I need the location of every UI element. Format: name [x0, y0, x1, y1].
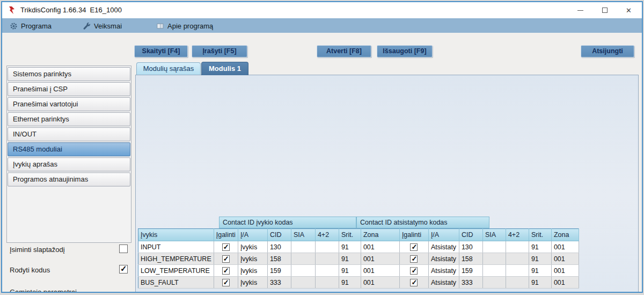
cid-cell[interactable]: 158 — [459, 253, 482, 265]
col-enable-2: Įgalinti — [399, 229, 428, 241]
enable-checkbox[interactable] — [222, 279, 230, 286]
enable-checkbox[interactable] — [410, 267, 418, 275]
tab-module-1[interactable]: Modulis 1 — [201, 62, 248, 75]
srit-cell[interactable]: 91 — [529, 253, 551, 265]
cid-cell[interactable]: 333 — [459, 277, 482, 289]
remember-password-row: Įsiminti slaptažodį — [10, 246, 132, 254]
sidebar-item-pranesimai-vartotojui[interactable]: Pranešimai vartotojui — [8, 97, 130, 111]
srit-cell[interactable]: 91 — [339, 277, 361, 289]
sia-cell[interactable] — [291, 277, 315, 289]
sidebar-item-programos-atnaujinimas[interactable]: Programos atnaujinimas — [8, 172, 130, 186]
col-sia-1: SIA — [291, 229, 315, 241]
window-title: TrikdisConfig 1.66.34 E16_1000 — [20, 6, 122, 14]
sia-cell[interactable] — [291, 265, 315, 277]
show-codes-checkbox[interactable] — [119, 265, 128, 274]
fourplustwo-cell[interactable] — [506, 253, 529, 265]
cid-cell[interactable]: 159 — [459, 265, 482, 277]
ja-cell[interactable]: Atsistaty — [428, 265, 459, 277]
close-button[interactable]: ✕ — [617, 2, 641, 18]
zona-cell[interactable]: 001 — [551, 253, 579, 265]
read-button[interactable]: Skaityti [F4] — [134, 45, 188, 57]
sia-cell[interactable] — [482, 241, 506, 253]
enable-checkbox[interactable] — [410, 279, 418, 286]
manufacturer-params-link[interactable]: Gamintojo parametrai — [10, 288, 132, 293]
maximize-icon — [602, 8, 608, 13]
srit-cell[interactable]: 91 — [339, 241, 361, 253]
fourplustwo-cell[interactable] — [315, 241, 339, 253]
ja-cell[interactable]: Įvykis — [238, 253, 267, 265]
enable-checkbox[interactable] — [222, 243, 230, 251]
sia-cell[interactable] — [291, 253, 315, 265]
col-zona-2: Zona — [551, 229, 579, 241]
minimize-button[interactable] — [568, 2, 592, 18]
maximize-button[interactable] — [592, 2, 617, 18]
remember-password-checkbox[interactable] — [119, 244, 128, 253]
sia-cell[interactable] — [291, 241, 315, 253]
fourplustwo-cell[interactable] — [506, 241, 529, 253]
save-button[interactable]: Išsaugoti [F9] — [377, 45, 433, 57]
col-42-1: 4+2 — [315, 229, 339, 241]
cid-cell[interactable]: 130 — [267, 241, 291, 253]
show-codes-row: Rodyti kodus — [10, 266, 132, 274]
sidebar-item-ivykiu-aprasas[interactable]: Įvykių aprašas — [8, 157, 130, 171]
ja-cell[interactable]: Atsistaty — [428, 253, 459, 265]
fourplustwo-cell[interactable] — [315, 253, 339, 265]
cid-cell[interactable]: 158 — [267, 253, 291, 265]
col-cid-2: CID — [459, 229, 482, 241]
group-header-restore-code: Contact ID atsistatymo kodas — [356, 217, 489, 228]
enable-checkbox[interactable] — [222, 255, 230, 263]
enable-checkbox[interactable] — [222, 267, 230, 275]
zona-cell[interactable]: 001 — [361, 253, 399, 265]
sia-cell[interactable] — [482, 277, 506, 289]
ja-cell[interactable]: Įvykis — [238, 265, 267, 277]
zona-cell[interactable]: 001 — [551, 277, 579, 289]
srit-cell[interactable]: 91 — [529, 277, 551, 289]
fourplustwo-cell[interactable] — [506, 265, 529, 277]
disconnect-button[interactable]: Atsijungti — [581, 45, 634, 57]
menu-programa[interactable]: Programa — [10, 20, 52, 31]
enable-checkbox[interactable] — [410, 243, 418, 251]
fourplustwo-cell[interactable] — [506, 277, 529, 289]
srit-cell[interactable]: 91 — [339, 265, 361, 277]
table-row: HIGH_TEMPERATURE Įvykis 158 91 001 Atsis… — [138, 253, 579, 265]
zona-cell[interactable]: 001 — [551, 241, 579, 253]
write-button[interactable]: Įrašyti [F5] — [192, 45, 247, 57]
menu-programa-label: Programa — [21, 22, 52, 30]
open-button[interactable]: Atverti [F8] — [317, 45, 371, 57]
zona-cell[interactable]: 001 — [551, 265, 579, 277]
sidebar-item-sistemos-parinktys[interactable]: Sistemos parinktys — [8, 67, 130, 81]
fourplustwo-cell[interactable] — [315, 277, 339, 289]
ja-cell[interactable]: Atsistaty — [428, 241, 459, 253]
menu-apie-label: Apie programą — [167, 22, 213, 30]
srit-cell[interactable]: 91 — [529, 241, 551, 253]
sia-cell[interactable] — [482, 265, 506, 277]
cid-cell[interactable]: 159 — [267, 265, 291, 277]
events-table: Įvykis Įgalinti Į/A CID SIA 4+2 Srit. Zo… — [138, 228, 579, 289]
sidebar-item-ethernet-parinktys[interactable]: Ethernet parinktys — [8, 112, 130, 126]
col-ja-1: Į/A — [238, 229, 267, 241]
sidebar-item-rs485-moduliai[interactable]: RS485 moduliai — [8, 142, 130, 156]
zona-cell[interactable]: 001 — [361, 277, 399, 289]
srit-cell[interactable]: 91 — [339, 253, 361, 265]
fourplustwo-cell[interactable] — [315, 265, 339, 277]
cid-cell[interactable]: 333 — [267, 277, 291, 289]
title-bar[interactable]: TrikdisConfig 1.66.34 E16_1000 ✕ — [2, 2, 642, 18]
srit-cell[interactable]: 91 — [529, 265, 551, 277]
menu-veiksmai[interactable]: Veiksmai — [83, 20, 122, 31]
sidebar-item-pranesimai-csp[interactable]: Pranešimai į CSP — [8, 82, 130, 96]
screenshot-stage: TrikdisConfig 1.66.34 E16_1000 ✕ Program… — [0, 0, 644, 295]
ja-cell[interactable]: Įvykis — [238, 277, 267, 289]
menu-veiksmai-label: Veiksmai — [94, 22, 122, 30]
zona-cell[interactable]: 001 — [361, 241, 399, 253]
ja-cell[interactable]: Įvykis — [238, 241, 267, 253]
cid-cell[interactable]: 130 — [459, 241, 482, 253]
zona-cell[interactable]: 001 — [361, 265, 399, 277]
tab-module-list[interactable]: Modulių sąrašas — [136, 62, 201, 75]
window-controls: ✕ — [568, 2, 641, 18]
enable-checkbox[interactable] — [410, 255, 418, 263]
sia-cell[interactable] — [482, 253, 506, 265]
app-window: TrikdisConfig 1.66.34 E16_1000 ✕ Program… — [1, 1, 643, 293]
sidebar-item-in-out[interactable]: IN/OUT — [8, 127, 130, 141]
ja-cell[interactable]: Atsistaty — [428, 277, 459, 289]
menu-apie[interactable]: Apie programą — [156, 20, 213, 31]
